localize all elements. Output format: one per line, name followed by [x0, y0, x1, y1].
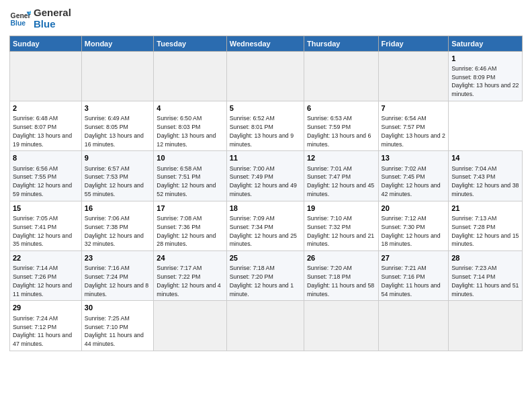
calendar-cell-day-18: 18Sunrise: 7:09 AMSunset: 7:34 PMDayligh… [226, 201, 304, 250]
day-number: 14 [451, 153, 519, 163]
calendar-week-3: 8Sunrise: 6:56 AMSunset: 7:55 PMDaylight… [10, 151, 523, 201]
empty-cell [154, 51, 226, 101]
calendar-cell-day-8: 8Sunrise: 6:56 AMSunset: 7:55 PMDaylight… [10, 151, 82, 201]
column-header-friday: Friday [378, 36, 449, 51]
day-number: 20 [382, 203, 446, 214]
day-number: 26 [307, 253, 375, 263]
empty-cell [226, 51, 304, 101]
empty-cell [378, 301, 449, 351]
day-number: 11 [230, 153, 301, 163]
day-number: 7 [382, 103, 446, 113]
cell-info: Sunrise: 6:57 AMSunset: 7:53 PMDaylight:… [85, 165, 151, 199]
logo-icon: General Blue [9, 7, 31, 29]
day-number: 1 [451, 54, 519, 64]
cell-info: Sunrise: 7:14 AMSunset: 7:26 PMDaylight:… [13, 264, 79, 298]
day-number: 3 [85, 103, 151, 113]
day-number: 29 [13, 303, 79, 313]
calendar-cell-day-23: 23Sunrise: 7:16 AMSunset: 7:24 PMDayligh… [81, 251, 154, 301]
cell-info: Sunrise: 7:18 AMSunset: 7:20 PMDaylight:… [230, 264, 301, 298]
cell-info: Sunrise: 7:05 AMSunset: 7:41 PMDaylight:… [13, 214, 79, 248]
cell-info: Sunrise: 6:58 AMSunset: 7:51 PMDaylight:… [157, 165, 223, 199]
calendar-cell-day-2: 2Sunrise: 6:48 AMSunset: 8:07 PMDaylight… [10, 101, 82, 150]
calendar-header-row: SundayMondayTuesdayWednesdayThursdayFrid… [10, 36, 523, 51]
calendar-cell-day-6: 6Sunrise: 6:53 AMSunset: 7:59 PMDaylight… [304, 101, 378, 150]
day-number: 13 [382, 153, 446, 163]
logo-blue: Blue [34, 18, 71, 30]
calendar-cell-day-5: 5Sunrise: 6:52 AMSunset: 8:01 PMDaylight… [226, 101, 304, 150]
calendar-cell-day-10: 10Sunrise: 6:58 AMSunset: 7:51 PMDayligh… [154, 151, 226, 201]
cell-info: Sunrise: 6:53 AMSunset: 7:59 PMDaylight:… [307, 114, 375, 148]
calendar-cell-day-7: 7Sunrise: 6:54 AMSunset: 7:57 PMDaylight… [378, 101, 449, 150]
cell-info: Sunrise: 7:12 AMSunset: 7:30 PMDaylight:… [382, 214, 446, 248]
empty-cell [81, 51, 154, 101]
empty-cell [154, 301, 226, 351]
calendar-cell-day-14: 14Sunrise: 7:04 AMSunset: 7:43 PMDayligh… [449, 151, 523, 201]
cell-info: Sunrise: 6:46 AMSunset: 8:09 PMDaylight:… [451, 64, 519, 99]
calendar-cell-day-16: 16Sunrise: 7:06 AMSunset: 7:38 PMDayligh… [81, 201, 154, 250]
cell-info: Sunrise: 6:52 AMSunset: 8:01 PMDaylight:… [230, 114, 301, 148]
day-number: 15 [13, 203, 79, 214]
cell-info: Sunrise: 7:21 AMSunset: 7:16 PMDaylight:… [382, 264, 446, 298]
day-number: 9 [85, 153, 151, 163]
cell-info: Sunrise: 7:09 AMSunset: 7:34 PMDaylight:… [230, 214, 301, 248]
calendar-cell-day-15: 15Sunrise: 7:05 AMSunset: 7:41 PMDayligh… [10, 201, 82, 250]
day-number: 2 [13, 103, 79, 113]
day-number: 23 [85, 253, 151, 263]
empty-cell [304, 301, 378, 351]
day-number: 19 [307, 203, 375, 214]
cell-info: Sunrise: 7:04 AMSunset: 7:43 PMDaylight:… [451, 165, 519, 199]
calendar-week-6: 29Sunrise: 7:24 AMSunset: 7:12 PMDayligh… [10, 301, 523, 351]
calendar-week-5: 22Sunrise: 7:14 AMSunset: 7:26 PMDayligh… [10, 251, 523, 301]
calendar-cell-day-20: 20Sunrise: 7:12 AMSunset: 7:30 PMDayligh… [378, 201, 449, 250]
calendar-week-4: 15Sunrise: 7:05 AMSunset: 7:41 PMDayligh… [10, 201, 523, 250]
page-container: General Blue General Blue SundayMondayTu… [0, 0, 532, 355]
calendar-cell-day-28: 28Sunrise: 7:23 AMSunset: 7:14 PMDayligh… [449, 251, 523, 301]
day-number: 4 [157, 103, 223, 113]
calendar-cell-day-17: 17Sunrise: 7:08 AMSunset: 7:36 PMDayligh… [154, 201, 226, 250]
calendar-week-2: 2Sunrise: 6:48 AMSunset: 8:07 PMDaylight… [10, 101, 523, 150]
calendar-cell-day-12: 12Sunrise: 7:01 AMSunset: 7:47 PMDayligh… [304, 151, 378, 201]
day-number: 28 [451, 253, 519, 263]
day-number: 12 [307, 153, 375, 163]
column-header-saturday: Saturday [449, 36, 523, 51]
cell-info: Sunrise: 6:54 AMSunset: 7:57 PMDaylight:… [382, 114, 446, 148]
day-number: 24 [157, 253, 223, 263]
cell-info: Sunrise: 7:01 AMSunset: 7:47 PMDaylight:… [307, 165, 375, 199]
logo: General Blue General Blue [9, 7, 71, 30]
calendar-week-1: 1Sunrise: 6:46 AMSunset: 8:09 PMDaylight… [10, 51, 523, 101]
calendar-cell-day-25: 25Sunrise: 7:18 AMSunset: 7:20 PMDayligh… [226, 251, 304, 301]
calendar-cell-day-9: 9Sunrise: 6:57 AMSunset: 7:53 PMDaylight… [81, 151, 154, 201]
cell-info: Sunrise: 6:56 AMSunset: 7:55 PMDaylight:… [13, 165, 79, 199]
cell-info: Sunrise: 7:02 AMSunset: 7:45 PMDaylight:… [382, 165, 446, 199]
logo-general: General [34, 7, 71, 18]
column-header-monday: Monday [81, 36, 154, 51]
header: General Blue General Blue [9, 7, 523, 30]
column-header-thursday: Thursday [304, 36, 378, 51]
empty-cell [378, 51, 449, 101]
column-header-wednesday: Wednesday [226, 36, 304, 51]
day-number: 5 [230, 103, 301, 113]
day-number: 17 [157, 203, 223, 214]
empty-cell [226, 301, 304, 351]
day-number: 27 [382, 253, 446, 263]
svg-text:Blue: Blue [11, 19, 26, 27]
cell-info: Sunrise: 6:48 AMSunset: 8:07 PMDaylight:… [13, 114, 79, 148]
cell-info: Sunrise: 7:06 AMSunset: 7:38 PMDaylight:… [85, 214, 151, 248]
calendar-cell-day-30: 30Sunrise: 7:25 AMSunset: 7:10 PMDayligh… [81, 301, 154, 351]
calendar-cell-day-24: 24Sunrise: 7:17 AMSunset: 7:22 PMDayligh… [154, 251, 226, 301]
cell-info: Sunrise: 7:25 AMSunset: 7:10 PMDaylight:… [85, 314, 151, 349]
cell-info: Sunrise: 7:16 AMSunset: 7:24 PMDaylight:… [85, 264, 151, 298]
calendar-cell-day-29: 29Sunrise: 7:24 AMSunset: 7:12 PMDayligh… [10, 301, 82, 351]
column-header-tuesday: Tuesday [154, 36, 226, 51]
empty-cell [10, 51, 82, 101]
day-number: 30 [85, 303, 151, 313]
calendar-cell-day-19: 19Sunrise: 7:10 AMSunset: 7:32 PMDayligh… [304, 201, 378, 250]
calendar-body: 1Sunrise: 6:46 AMSunset: 8:09 PMDaylight… [10, 51, 523, 351]
calendar-cell-day-4: 4Sunrise: 6:50 AMSunset: 8:03 PMDaylight… [154, 101, 226, 150]
empty-cell [449, 301, 523, 351]
day-number: 8 [13, 153, 79, 163]
cell-info: Sunrise: 7:20 AMSunset: 7:18 PMDaylight:… [307, 264, 375, 298]
cell-info: Sunrise: 7:24 AMSunset: 7:12 PMDaylight:… [13, 314, 79, 349]
day-number: 6 [307, 103, 375, 113]
day-number: 10 [157, 153, 223, 163]
